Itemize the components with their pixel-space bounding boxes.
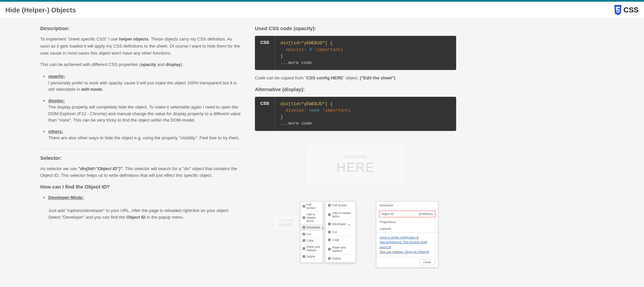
dev-panel-footer: Close bbox=[376, 257, 438, 267]
close-button[interactable]: Close bbox=[420, 259, 435, 265]
trash-icon bbox=[328, 257, 331, 260]
context-menu-large: Full screen Add to master items Develope… bbox=[325, 201, 356, 263]
ctx2-fullscreen[interactable]: Full screen bbox=[325, 202, 356, 209]
code-content-1: div[tid="yEWEBJG"] { opacity: 0 !importa… bbox=[275, 36, 348, 70]
dev-panel-title: Developer bbox=[376, 202, 438, 209]
code-block-display: CSS div[tid="yEWEBJG"] { display: none !… bbox=[255, 97, 456, 131]
page-header: Hide (Helper-) Objects CSS bbox=[0, 2, 644, 19]
ctx2-add-master[interactable]: Add to master items bbox=[325, 209, 356, 220]
properties-row[interactable]: Properties ▸ bbox=[376, 219, 438, 225]
link-test-export[interactable]: Test exporting ⧉ bbox=[380, 240, 401, 244]
config-big: HERE bbox=[319, 160, 392, 175]
main-container: Description: To implement "sheet specifi… bbox=[0, 19, 523, 274]
paste-icon bbox=[328, 248, 331, 250]
ctx-add-master[interactable]: Add to master items bbox=[301, 211, 323, 224]
config-small: CSS config bbox=[319, 154, 392, 159]
ctx2-delete[interactable]: Delete bbox=[325, 255, 356, 263]
ctx-paste[interactable]: Paste and replace bbox=[301, 244, 323, 254]
gear-icon bbox=[303, 226, 305, 229]
find-id-list: Developer-Mode: Just add "/options/devel… bbox=[40, 194, 241, 220]
ctx2-developer[interactable]: Developer↖ bbox=[325, 220, 356, 228]
css-shield-icon bbox=[613, 5, 622, 15]
scissors-icon bbox=[328, 231, 331, 233]
description-p1: To implement "sheet specific CSS" I use … bbox=[40, 36, 241, 57]
cursor-icon: ↖ bbox=[348, 223, 351, 227]
selector-heading: Selector: bbox=[40, 155, 241, 161]
page-title: Hide (Helper-) Objects bbox=[5, 6, 76, 14]
ctx-delete[interactable]: Delete bbox=[301, 254, 323, 260]
description-p2: This can be achieved with different CSS … bbox=[40, 61, 241, 68]
right-column: Used CSS code (opacity): CSS div[tid="yE… bbox=[255, 25, 456, 268]
ctx2-paste[interactable]: Paste and replace bbox=[325, 244, 356, 255]
trash-icon bbox=[303, 255, 305, 258]
css-config-box: CSS config HERE bbox=[305, 144, 406, 185]
scissors-icon bbox=[303, 233, 305, 235]
code-lang-label: CSS bbox=[255, 36, 275, 70]
divider bbox=[40, 149, 241, 149]
code-heading-2: Alternative (display): bbox=[255, 86, 456, 92]
css-logo: CSS bbox=[613, 5, 639, 15]
ctx-cut[interactable]: Cut bbox=[301, 231, 323, 237]
object-id-row: Object ID yEWEBJG bbox=[379, 211, 435, 217]
layout-row[interactable]: Layout ▸ bbox=[376, 225, 438, 232]
object-id-label: Object ID bbox=[381, 212, 394, 216]
ctx2-cut[interactable]: Cut bbox=[325, 228, 356, 236]
paste-icon bbox=[303, 247, 305, 250]
fullscreen-icon bbox=[328, 204, 331, 207]
code-content-2: div[tid="yEWEBJG"] { display: none !impo… bbox=[275, 97, 357, 131]
opacity-item: opacity: I personally prefer to work wit… bbox=[48, 73, 241, 93]
dev-links: Open in single configurator ⧉ Test expor… bbox=[376, 232, 438, 257]
context-menu-small: Full screen Add to master items Develope… bbox=[300, 201, 323, 263]
copy-icon bbox=[303, 239, 305, 242]
link-icon bbox=[303, 216, 305, 219]
copy-note: Code can be copied from "CSS config HERE… bbox=[255, 75, 456, 82]
mini-config-box: CSS config HERE bbox=[273, 215, 298, 231]
link-icon bbox=[328, 213, 331, 216]
ctx-developer[interactable]: Developer↖ bbox=[301, 224, 323, 231]
others-item: others: There are also other ways to hid… bbox=[48, 128, 241, 141]
ctx2-copy[interactable]: Copy bbox=[325, 236, 356, 244]
selector-p1: As selector we use "div[tid="Object ID"]… bbox=[40, 165, 241, 180]
screenshot-row: CSS config HERE Full screen Add to maste… bbox=[255, 201, 456, 268]
link-mashup-sheet[interactable]: Sheet ⧉ bbox=[418, 250, 429, 254]
display-item: display: The display property will compl… bbox=[48, 97, 241, 124]
description-heading: Description: bbox=[40, 25, 241, 31]
left-column: Description: To implement "sheet specifi… bbox=[40, 25, 241, 268]
cursor-icon: ↖ bbox=[322, 226, 324, 230]
css-logo-text: CSS bbox=[624, 6, 639, 14]
gear-icon bbox=[328, 223, 331, 225]
ctx-fullscreen[interactable]: Full screen bbox=[301, 202, 323, 211]
copy-icon bbox=[328, 238, 331, 241]
property-list: opacity: I personally prefer to work wit… bbox=[40, 73, 241, 141]
fullscreen-icon bbox=[303, 205, 305, 208]
code-lang-label-2: CSS bbox=[255, 97, 275, 131]
link-mashup-object[interactable]: Object ⧉ bbox=[405, 250, 417, 254]
dev-mode-item: Developer-Mode: Just add "/options/devel… bbox=[48, 194, 241, 220]
screenshot-context-menus: CSS config HERE Full screen Add to maste… bbox=[273, 201, 356, 263]
code-block-opacity: CSS div[tid="yEWEBJG"] { opacity: 0 !imp… bbox=[255, 36, 456, 70]
object-id-value: yEWEBJG bbox=[419, 212, 433, 216]
code-heading-1: Used CSS code (opacity): bbox=[255, 25, 456, 31]
link-configurator[interactable]: Open in single configurator ⧉ bbox=[380, 235, 435, 240]
ctx-copy[interactable]: Copy bbox=[301, 237, 323, 244]
developer-panel: Developer Object ID yEWEBJG Properties ▸… bbox=[376, 201, 438, 268]
find-id-heading: How can I find the Object ID? bbox=[40, 184, 241, 190]
